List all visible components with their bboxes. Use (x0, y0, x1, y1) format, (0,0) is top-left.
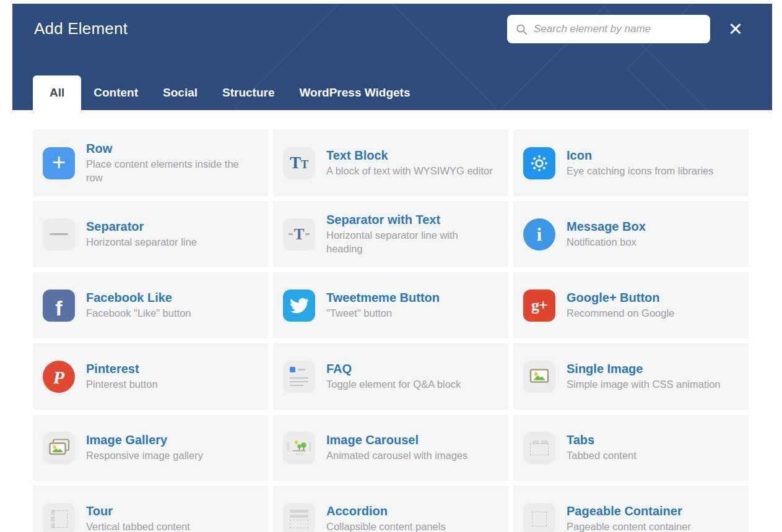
pinterest-icon: P (43, 361, 75, 393)
tour-icon (43, 503, 75, 532)
element-card-pinterest[interactable]: P Pinterest Pinterest button (33, 343, 268, 410)
element-description: Facebook "Like" button (86, 307, 191, 320)
search-input[interactable] (534, 23, 702, 35)
element-card-accordion[interactable]: Accordion Collapsible content panels (273, 486, 508, 532)
tab-wordpress-widgets[interactable]: WordPress Widgets (287, 75, 423, 110)
faq-list-icon (283, 361, 315, 393)
facebook-icon: f (43, 290, 75, 322)
element-card-google-button[interactable]: g+ Google+ Button Recommend on Google (513, 272, 749, 338)
element-card-faq[interactable]: FAQ Toggle element for Q&A block (273, 343, 508, 410)
element-card-text-block[interactable]: TT Text Block A block of text with WYSIW… (273, 130, 508, 196)
element-description: Simple image with CSS animation (567, 378, 721, 392)
element-title: Pageable Container (567, 504, 691, 518)
separator-text-icon: T (283, 218, 315, 251)
element-card-separator[interactable]: Separator Horizontal separator line (33, 201, 268, 267)
text-block-icon: TT (283, 147, 315, 179)
element-description: Horizontal separator line with heading (326, 229, 497, 256)
element-card-tweetmeme-button[interactable]: Tweetmeme Button "Tweet" button (273, 272, 508, 338)
element-card-icon[interactable]: Icon Eye catching icons from libraries (513, 130, 749, 196)
element-title: Facebook Like (86, 291, 191, 305)
element-card-single-image[interactable]: Single Image Simple image with CSS anima… (513, 343, 749, 410)
info-icon: i (523, 218, 555, 251)
search-icon (516, 24, 528, 35)
tab-all[interactable]: All (33, 75, 81, 110)
element-description: "Tweet" button (326, 307, 440, 320)
element-title: Text Block (326, 148, 493, 163)
element-title: FAQ (326, 362, 461, 376)
element-title: Pinterest (86, 362, 158, 376)
element-title: Single Image (567, 362, 721, 376)
element-description: Place content elements inside the row (86, 158, 257, 185)
element-card-image-gallery[interactable]: Image Gallery Responsive image gallery (33, 414, 268, 481)
element-description: Notification box (567, 236, 646, 249)
add-element-header: Add Element ✕ All Content Social Structu… (12, 4, 772, 110)
element-card-image-carousel[interactable]: Image Carousel Animated carousel with im… (273, 414, 508, 481)
element-card-row[interactable]: + Row Place content elements inside the … (33, 130, 268, 196)
element-title: Icon (567, 148, 714, 163)
close-button[interactable]: ✕ (725, 19, 746, 40)
tab-social[interactable]: Social (150, 75, 210, 110)
accordion-icon (283, 503, 315, 532)
element-description: Tabbed content (567, 449, 636, 463)
element-description: Collapsible content panels (326, 520, 446, 532)
element-description: Toggle element for Q&A block (326, 378, 461, 392)
element-card-tabs[interactable]: Tabs Tabbed content (513, 414, 749, 481)
element-title: Separator (86, 220, 197, 234)
element-description: A block of text with WYSIWYG editor (326, 165, 493, 178)
element-description: Pageable content container (567, 520, 691, 532)
element-description: Eye catching icons from libraries (567, 165, 714, 178)
twitter-bird-icon (283, 290, 315, 322)
element-description: Recommend on Google (567, 307, 674, 320)
google-plus-icon: g+ (523, 290, 555, 322)
element-title: Tweetmeme Button (326, 291, 440, 305)
close-icon: ✕ (728, 19, 743, 39)
element-card-facebook-like[interactable]: f Facebook Like Facebook "Like" button (33, 272, 268, 338)
element-title: Google+ Button (567, 291, 674, 305)
separator-line-icon (43, 218, 75, 251)
element-card-pageable-container[interactable]: Pageable Container Pageable content cont… (513, 486, 749, 532)
element-title: Separator with Text (326, 213, 497, 227)
element-title: Image Gallery (86, 433, 203, 447)
element-card-message-box[interactable]: i Message Box Notification box (513, 201, 749, 267)
tabs-icon (523, 432, 555, 464)
icon-sun-icon (523, 147, 555, 179)
search-box[interactable] (507, 15, 710, 43)
element-description: Horizontal separator line (86, 236, 197, 249)
element-title: Message Box (567, 220, 646, 234)
dialog-title: Add Element (34, 19, 128, 38)
element-description: Pinterest button (86, 378, 158, 392)
single-image-icon (523, 361, 555, 393)
image-carousel-icon (283, 432, 315, 464)
element-title: Accordion (326, 504, 446, 518)
tab-structure[interactable]: Structure (210, 75, 287, 110)
element-grid: + Row Place content elements inside the … (33, 130, 749, 532)
element-title: Row (86, 142, 257, 156)
element-title: Tabs (567, 433, 636, 447)
element-title: Tour (86, 504, 190, 518)
element-description: Vertical tabbed content (86, 520, 190, 532)
pageable-container-icon (523, 503, 555, 532)
tab-content[interactable]: Content (81, 75, 150, 110)
element-description: Animated carousel with images (326, 449, 467, 463)
image-gallery-icon (43, 432, 75, 464)
category-tabs: All Content Social Structure WordPress W… (33, 75, 422, 110)
element-card-tour[interactable]: Tour Vertical tabbed content (33, 486, 268, 532)
element-title: Image Carousel (326, 433, 467, 447)
element-description: Responsive image gallery (86, 449, 203, 463)
row-plus-icon: + (43, 147, 75, 179)
element-card-separator-with-text[interactable]: T Separator with Text Horizontal separat… (273, 201, 508, 267)
